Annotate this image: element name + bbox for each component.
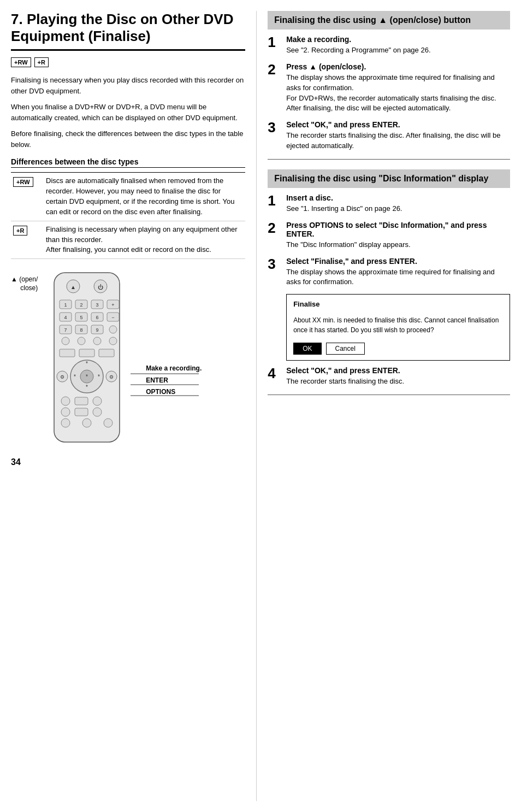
svg-rect-32 [60,349,75,357]
disc-type-table: +RW Discs are automatically finalised wh… [11,172,245,259]
badge-rw: +RW [11,57,31,67]
svg-point-31 [109,337,117,345]
remote-section: ▲ (open/ close) ▲ ⏻ 1 [11,270,245,446]
svg-text:*: * [98,374,100,380]
bottom-divider [268,395,510,395]
section-divider [268,159,510,160]
right-column: Finalising the disc using ▲ (open/close)… [257,11,510,801]
step-heading-2-1: Insert a disc. [286,193,510,202]
svg-text:−: − [112,315,115,320]
dialog-cancel-button[interactable]: Cancel [326,343,365,355]
badge-row: +RW +R [11,57,245,67]
svg-point-54 [104,419,113,427]
step-content-2-2: Press OPTIONS to select "Disc Informatio… [286,221,510,250]
disc-type-row-r: +R Finalising is necessary when playing … [11,221,245,259]
step-heading-2-3: Select "Finalise," and press ENTER. [286,257,510,266]
step-1-3: 3 Select "OK," and press ENTER. The reco… [268,120,510,151]
step-text-2-3: The display shows the approximate time r… [286,267,510,288]
step-2-3: 3 Select "Finalise," and press ENTER. Th… [268,257,510,288]
svg-point-51 [93,408,102,416]
disc-type-text-r: Finalising is necessary when playing on … [44,221,245,259]
step-heading-2-4: Select "OK," and press ENTER. [286,366,510,375]
dialog-body: About XX min. is needed to finalise this… [293,316,503,335]
disc-type-text-rw: Discs are automatically finalised when r… [44,173,245,221]
svg-text:2: 2 [80,302,83,308]
svg-rect-50 [75,408,88,416]
svg-text:6: 6 [96,315,99,320]
step-content-1-2: Press ▲ (open/close). The display shows … [286,62,510,114]
dialog-title: Finalise [293,300,503,308]
svg-point-49 [61,408,70,416]
svg-text:+: + [112,302,115,308]
disc-type-badge-rw: +RW [11,173,44,221]
dialog-ok-button[interactable]: OK [293,343,321,355]
svg-rect-33 [79,349,94,357]
svg-point-28 [62,337,69,345]
svg-text:▲: ▲ [70,284,76,290]
svg-point-27 [109,326,117,333]
svg-rect-0 [54,273,120,442]
svg-rect-34 [99,349,114,357]
step-content-2-3: Select "Finalise," and press ENTER. The … [286,257,510,288]
step-text-1-2: The display shows the approximate time r… [286,73,510,114]
svg-text:⏻: ⏻ [98,284,103,290]
remote-label-area: ▲ (open/ close) [11,270,38,292]
step-content-1-1: Make a recording. See "2. Recording a Pr… [286,35,510,56]
step-2-2: 2 Press OPTIONS to select "Disc Informat… [268,221,510,250]
step-heading-2-2: Press OPTIONS to select "Disc Informatio… [286,221,510,238]
step-2-4: 4 Select "OK," and press ENTER. The reco… [268,366,510,387]
svg-text:4: 4 [64,315,67,320]
finalise-dialog: Finalise About XX min. is needed to fina… [286,294,510,361]
step-content-1-3: Select "OK," and press ENTER. The record… [286,120,510,151]
step-2-1: 1 Insert a disc. See "1. Inserting a Dis… [268,193,510,214]
step-num-1-2: 2 [268,62,281,77]
svg-text:5: 5 [80,315,83,320]
diff-section-title: Differences between the disc types [11,157,245,168]
left-column: 7. Playing the Disc on Other DVD Equipme… [11,11,257,801]
step-1-1: 1 Make a recording. See "2. Recording a … [268,35,510,56]
disc-type-row-rw: +RW Discs are automatically finalised wh… [11,173,245,221]
step-1-2: 2 Press ▲ (open/close). The display show… [268,62,510,114]
main-title: 7. Playing the Disc on Other DVD Equipme… [11,11,245,51]
disc-type-badge-r: +R [11,221,44,259]
page: 7. Playing the Disc on Other DVD Equipme… [0,0,521,812]
right-section2: Finalising the disc using "Disc Informat… [268,169,510,395]
badge-r-cell: +R [13,226,27,236]
intro-para-1: Finalising is necessary when you play di… [11,75,245,96]
dialog-buttons: OK Cancel [293,343,503,355]
step-num-2-3: 3 [268,257,281,271]
svg-text:8: 8 [80,327,83,333]
step-text-1-1: See "2. Recording a Programme" on page 2… [286,45,510,56]
step-heading-1-2: Press ▲ (open/close). [286,62,510,71]
badge-rw-cell: +RW [13,177,33,187]
svg-text:1: 1 [64,302,67,308]
step-text-2-2: The "Disc Information" display appears. [286,240,510,250]
svg-text:*: * [86,374,88,380]
svg-point-52 [61,419,70,427]
svg-text:*: * [86,384,88,390]
svg-text:9: 9 [96,327,99,333]
step-text-1-3: The recorder starts finalising the disc.… [286,131,510,151]
step-text-2-4: The recorder starts finalising the disc. [286,376,510,387]
connector-lines [128,368,204,401]
svg-point-46 [61,397,70,405]
step-num-2-1: 1 [268,193,281,208]
step-content-2-1: Insert a disc. See "1. Inserting a Disc"… [286,193,510,214]
svg-text:⚙: ⚙ [109,374,114,380]
step-num-2-4: 4 [268,366,281,380]
page-number: 34 [11,457,245,467]
step-num-2-2: 2 [268,221,281,235]
svg-text:7: 7 [64,327,67,333]
svg-point-48 [93,397,102,405]
remote-wrapper: ▲ ⏻ 1 2 3 + 4 5 [43,270,131,446]
badge-r: +R [34,57,49,67]
svg-point-53 [82,419,91,427]
svg-rect-47 [75,397,88,405]
step-heading-1-1: Make a recording. [286,35,510,44]
remote-diagram: ▲ ⏻ 1 2 3 + 4 5 [43,270,131,445]
section1-header: Finalising the disc using ▲ (open/close)… [268,11,510,30]
svg-text:*: * [86,361,88,367]
section1-header-text: Finalising the disc using ▲ (open/close)… [274,15,471,25]
svg-text:⚙: ⚙ [60,374,64,380]
step-content-2-4: Select "OK," and press ENTER. The record… [286,366,510,387]
